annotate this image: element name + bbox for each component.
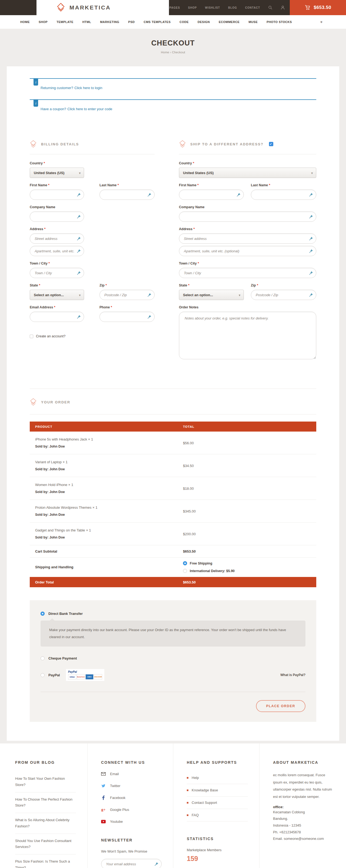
what-is-paypal-link[interactable]: What is PayPal?	[280, 673, 306, 677]
shipping-apartment-input[interactable]	[179, 246, 316, 256]
social-label[interactable]: Youtube	[110, 819, 123, 824]
subnav-psd[interactable]: PSD	[128, 20, 135, 24]
subnav-shop[interactable]: SHOP	[39, 20, 47, 24]
subnav-photo-stocks[interactable]: PHOTO STOCKS	[267, 20, 292, 24]
product-name[interactable]: Women Hold iPhone × 1	[35, 483, 183, 487]
shipping-zip-input[interactable]	[251, 290, 316, 300]
international-delivery-label[interactable]: International Delivery: $5.90	[190, 569, 235, 573]
shipping-last-name-input[interactable]	[251, 189, 316, 200]
international-delivery-option[interactable]: International Delivery: $5.90	[183, 569, 316, 573]
shipping-street-input[interactable]	[179, 234, 316, 244]
pen-icon	[77, 236, 81, 241]
radio-unselected-icon[interactable]	[183, 569, 187, 573]
social-facebook-link[interactable]: Facebook	[101, 796, 162, 800]
billing-country-select[interactable]: United States (US)	[30, 167, 84, 178]
product-name[interactable]: Variant of Laptop × 1	[35, 460, 183, 464]
bank-transfer-label[interactable]: Direct Bank Transfer	[48, 612, 83, 616]
ship-different-checkbox[interactable]	[269, 142, 273, 146]
product-name[interactable]: iPhone 5s with Headphones Jack × 1	[35, 437, 183, 441]
subnav-design[interactable]: DESIGN	[198, 20, 210, 24]
help-label[interactable]: Knowladge Base	[192, 788, 218, 792]
cart-button[interactable]: $653.50	[290, 0, 346, 15]
radio-selected-icon[interactable]	[183, 561, 187, 565]
coupon-link[interactable]: Click here to enter your code	[67, 107, 112, 111]
blog-link[interactable]: How To Start Your Own Fashion Store?	[15, 772, 76, 793]
blog-link[interactable]: What is So Alluring About Celebrity Fash…	[15, 813, 76, 834]
paypal-label[interactable]: PayPal	[48, 673, 60, 677]
login-link[interactable]: Click here to login	[74, 86, 102, 90]
subnav-home[interactable]: HOME	[20, 20, 30, 24]
subnav-cms-templates[interactable]: CMS TEMPLATES	[143, 20, 171, 24]
subnav-html[interactable]: HTML	[82, 20, 91, 24]
cheque-payment-option[interactable]: Cheque Payment	[40, 656, 306, 660]
user-icon[interactable]	[281, 5, 285, 10]
help-link[interactable]: Help	[187, 772, 248, 784]
place-order-button[interactable]: PLACE ORDER	[256, 700, 306, 712]
billing-zip-input[interactable]	[100, 290, 154, 300]
billing-company-input[interactable]	[30, 212, 84, 222]
help-link[interactable]: FAQ	[187, 809, 248, 822]
top-nav-contact[interactable]: CONTACT	[245, 6, 260, 9]
help-link[interactable]: Contact Support	[187, 797, 248, 809]
subnav-template[interactable]: TEMPLATE	[57, 20, 73, 24]
radio-unselected-icon[interactable]	[40, 673, 45, 677]
help-link[interactable]: Knowladge Base	[187, 784, 248, 797]
free-shipping-option[interactable]: Free Shipping	[183, 561, 316, 565]
billing-state-select[interactable]: Select an option...	[30, 290, 84, 300]
social-label[interactable]: Google Plus	[110, 808, 129, 812]
shipping-country-select[interactable]: United States (US)	[179, 167, 316, 178]
social-label[interactable]: Twitter	[110, 784, 120, 788]
create-account-checkbox[interactable]	[30, 335, 33, 338]
double-chevron-icon[interactable]: »	[319, 21, 324, 23]
product-name[interactable]: Proton Absolute Wordpress Themes × 1	[35, 505, 183, 509]
place-order-section: PLACE ORDER	[40, 692, 306, 722]
subnav-ecommerce[interactable]: ECOMMERCE	[219, 20, 240, 24]
search-icon[interactable]	[268, 5, 273, 10]
help-label[interactable]: Contact Support	[192, 801, 217, 805]
subnav-marketing[interactable]: MARKETING	[100, 20, 119, 24]
shipping-company-input[interactable]	[179, 212, 316, 222]
billing-first-name-input[interactable]	[30, 189, 84, 200]
help-label[interactable]: Help	[192, 776, 199, 780]
help-label[interactable]: FAQ	[192, 813, 199, 817]
social-google-plus-link[interactable]: g+ Google Plus	[101, 807, 162, 812]
create-account-label[interactable]: Create an account?	[36, 334, 65, 338]
shipping-first-name-input[interactable]	[179, 189, 244, 200]
social-youtube-link[interactable]: Youtube	[101, 819, 162, 824]
subnav-code[interactable]: CODE	[179, 20, 189, 24]
radio-selected-icon[interactable]	[40, 612, 45, 616]
subnav-muse[interactable]: MUSE	[248, 20, 257, 24]
billing-last-name-input[interactable]	[100, 189, 154, 200]
top-nav: PAGES SHOP WISHLIST BLOG CONTACT	[170, 0, 285, 15]
social-label[interactable]: Email	[110, 772, 119, 776]
bank-transfer-option[interactable]: Direct Bank Transfer	[40, 612, 306, 616]
top-nav-blog[interactable]: BLOG	[228, 6, 237, 9]
blog-link[interactable]: How To Choose The Perfect Fashion Store?	[15, 793, 76, 813]
billing-street-input[interactable]	[30, 234, 84, 244]
billing-email-input[interactable]	[30, 312, 84, 322]
paypal-option[interactable]: PayPal PayPal VISA MasterCard AMEX DISCO…	[40, 669, 306, 681]
top-nav-pages[interactable]: PAGES	[170, 6, 180, 9]
order-table: PRODUCT TOTAL iPhone 5s with Headphones …	[30, 422, 316, 587]
product-total: $345.00	[183, 509, 196, 513]
free-shipping-label[interactable]: Free Shipping	[190, 561, 212, 565]
billing-phone-input[interactable]	[100, 312, 154, 322]
newsletter-email-input[interactable]	[101, 859, 162, 868]
order-notes-textarea[interactable]	[179, 312, 316, 359]
billing-town-input[interactable]	[30, 268, 84, 278]
social-twitter-link[interactable]: Twitter	[101, 783, 162, 788]
blog-link[interactable]: Should You Use Fashion Consultant Servic…	[15, 834, 76, 855]
social-email-link[interactable]: Email	[101, 772, 162, 776]
cheque-payment-label[interactable]: Cheque Payment	[48, 656, 77, 660]
breadcrumb-home[interactable]: Home	[161, 51, 169, 54]
logo-link[interactable]: MARKETICA	[36, 0, 169, 15]
blog-link[interactable]: Plus Size Fashion: Is There Such a Thing…	[15, 855, 76, 868]
social-label[interactable]: Facebook	[110, 796, 126, 800]
radio-unselected-icon[interactable]	[40, 656, 45, 660]
shipping-town-input[interactable]	[179, 268, 316, 278]
product-name[interactable]: Gadget and Things on the Table × 1	[35, 528, 183, 532]
top-nav-wishlist[interactable]: WISHLIST	[205, 6, 220, 9]
top-nav-shop[interactable]: SHOP	[188, 6, 197, 9]
billing-apartment-input[interactable]	[30, 246, 84, 256]
shipping-state-select[interactable]: Select an option...	[179, 290, 244, 300]
